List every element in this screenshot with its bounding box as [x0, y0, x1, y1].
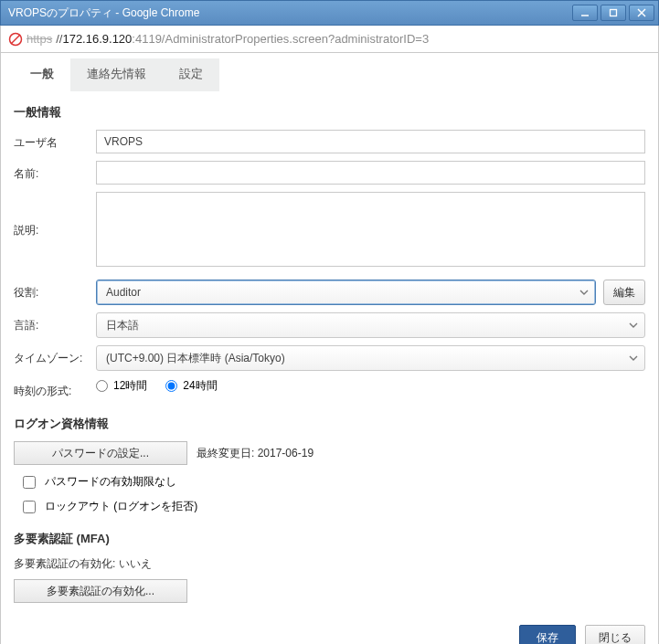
name-input[interactable] [96, 161, 645, 185]
window-controls [572, 5, 654, 21]
set-password-button[interactable]: パスワードの設定... [14, 441, 187, 465]
window-titlebar: VROPSのプロパティ - Google Chrome [0, 0, 659, 26]
role-select[interactable]: Auditor [96, 280, 596, 305]
url-sep: // [56, 32, 62, 46]
no-expire-label: パスワードの有効期限なし [45, 474, 176, 490]
maximize-button[interactable] [601, 5, 626, 21]
url-bar[interactable]: https // 172.16.9.120 :4119/Administrato… [0, 26, 659, 53]
radio-24h-input[interactable] [165, 380, 177, 392]
no-expire-checkbox[interactable] [23, 476, 36, 489]
insecure-lock-icon [8, 32, 23, 47]
save-button[interactable]: 保存 [519, 625, 576, 644]
url-host: 172.16.9.120 [62, 32, 132, 46]
section-mfa-title: 多要素認証 (MFA) [14, 531, 645, 547]
window-title: VROPSのプロパティ - Google Chrome [8, 5, 572, 21]
radio-24h[interactable]: 24時間 [165, 378, 217, 394]
name-label: 名前: [14, 161, 96, 182]
role-select-value: Auditor [96, 280, 596, 305]
mfa-status: 多要素認証の有効化: いいえ [14, 556, 645, 572]
time-format-label: 時刻の形式: [14, 378, 96, 399]
username-label: ユーザ名 [14, 130, 96, 151]
minimize-button[interactable] [572, 5, 598, 21]
section-logon-title: ログオン資格情報 [14, 416, 645, 432]
lockout-label: ロックアウト (ログオンを拒否) [45, 499, 197, 514]
radio-12h[interactable]: 12時間 [96, 378, 147, 394]
svg-line-5 [11, 35, 20, 44]
role-label: 役割: [14, 280, 96, 301]
url-scheme: https [27, 32, 52, 46]
url-path: :4119/AdministratorProperties.screen?adm… [132, 32, 429, 46]
tab-general[interactable]: 一般 [14, 58, 70, 91]
tab-strip: 一般 連絡先情報 設定 [14, 58, 645, 91]
footer-buttons: 保存 閉じる [14, 625, 645, 644]
desc-input[interactable] [96, 192, 645, 267]
close-button[interactable] [629, 5, 654, 21]
section-general-title: 一般情報 [14, 104, 645, 121]
tz-label: タイムゾーン: [14, 345, 96, 366]
minimize-icon [580, 8, 590, 17]
tab-settings[interactable]: 設定 [163, 58, 219, 91]
enable-mfa-button[interactable]: 多要素認証の有効化... [14, 579, 187, 603]
lang-select-value: 日本語 [96, 312, 645, 338]
tz-select-value: (UTC+9.00) 日本標準時 (Asia/Tokyo) [96, 345, 645, 371]
radio-12h-input[interactable] [96, 380, 108, 392]
tab-contact[interactable]: 連絡先情報 [70, 58, 163, 91]
maximize-icon [609, 8, 618, 17]
svg-rect-1 [611, 10, 617, 16]
lang-label: 言語: [14, 312, 96, 333]
username-input[interactable] [96, 130, 645, 153]
lockout-checkbox[interactable] [23, 501, 36, 513]
last-changed: 最終変更日: 2017-06-19 [197, 446, 314, 461]
desc-label: 説明: [14, 192, 96, 238]
close-icon [637, 8, 646, 17]
tz-select[interactable]: (UTC+9.00) 日本標準時 (Asia/Tokyo) [96, 345, 645, 371]
time-format-group: 12時間 24時間 [96, 378, 218, 394]
content-area: 一般 連絡先情報 設定 一般情報 ユーザ名 名前: 説明: 役割: Audito… [0, 53, 659, 644]
lang-select[interactable]: 日本語 [96, 312, 645, 338]
edit-role-button[interactable]: 編集 [603, 280, 645, 305]
close-dialog-button[interactable]: 閉じる [585, 625, 645, 644]
